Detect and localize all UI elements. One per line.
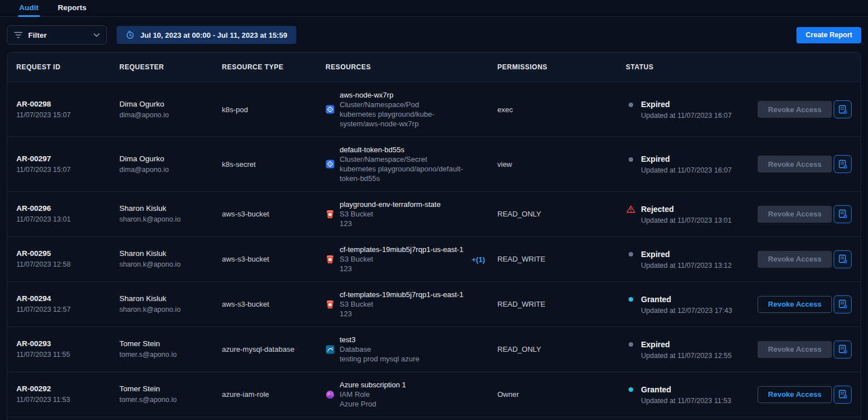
resource-name: test3 xyxy=(340,335,420,344)
actions-cell: Revoke Access xyxy=(758,100,861,118)
requester-cell: Dima Ogurko dima@apono.io xyxy=(119,99,222,120)
rejected-warning-icon xyxy=(626,205,635,213)
resource-type: azure-iam-role xyxy=(222,390,326,399)
resource-name: aws-node-wx7rp xyxy=(340,90,474,100)
resource-type: aws-s3-bucket xyxy=(222,300,326,308)
status-updated: Updated at 11/07/2023 13:01 xyxy=(641,216,732,224)
status-cell: Expired Updated at 11/07/2023 13:12 xyxy=(626,249,758,269)
revoke-access-button[interactable]: Revoke Access xyxy=(758,101,832,118)
resource-detail: 123 xyxy=(340,309,464,319)
date-range-label: Jul 10, 2023 at 00:00 - Jul 11, 2023 at … xyxy=(140,31,287,39)
expired-dot-icon xyxy=(629,252,633,257)
resource-type: azure-mysql-database xyxy=(222,345,326,353)
table-row: AR-00293 11/07/2023 11:55 Tomer Stein to… xyxy=(7,326,861,372)
permissions: READ_WRITE xyxy=(497,255,626,263)
report-note-button[interactable] xyxy=(834,386,852,404)
request-date: 11/07/2023 11:55 xyxy=(16,350,113,360)
report-note-icon xyxy=(838,105,848,114)
k8s-icon xyxy=(326,105,335,114)
table-row: AR-00292 11/07/2023 11:53 Tomer Stein to… xyxy=(7,372,861,417)
revoke-access-button[interactable]: Revoke Access xyxy=(758,296,832,313)
status-updated: Updated at 11/07/2023 16:07 xyxy=(641,112,732,120)
filter-label: Filter xyxy=(28,31,47,39)
tab-reports[interactable]: Reports xyxy=(57,0,88,16)
request-id: AR-00298 xyxy=(16,99,113,109)
create-report-button[interactable]: Create Report xyxy=(796,27,861,43)
revoke-access-button[interactable]: Revoke Access xyxy=(758,251,832,268)
status-cell: Expired Updated at 11/07/2023 16:07 xyxy=(626,99,758,120)
report-note-icon xyxy=(838,254,848,264)
report-note-icon xyxy=(838,344,848,354)
request-id: AR-00296 xyxy=(16,204,113,214)
request-date: 11/07/2023 11:53 xyxy=(16,395,113,405)
requester-name: Dima Ogurko xyxy=(119,154,215,164)
top-tab-bar: Audit Reports xyxy=(0,0,868,17)
revoke-access-button[interactable]: Revoke Access xyxy=(758,341,832,358)
resources-cell: aws-node-wx7rp Cluster/Namespace/Pod kub… xyxy=(326,90,497,129)
resource-path: S3 Bucket xyxy=(340,254,464,264)
status-cell: Granted Updated at 11/07/2023 11:53 xyxy=(626,384,758,405)
resources-cell: Azure subscription 1 IAM Role Azure Prod xyxy=(326,380,497,409)
report-note-button[interactable] xyxy=(834,205,852,223)
actions-cell: Revoke Access xyxy=(758,341,861,359)
report-note-icon xyxy=(838,390,848,399)
request-date: 11/07/2023 12:58 xyxy=(16,260,113,269)
requester-cell: Dima Ogurko dima@apono.io xyxy=(119,154,222,175)
request-id: AR-00292 xyxy=(16,384,113,394)
filter-button[interactable]: Filter xyxy=(7,25,107,45)
column-header-resources: RESOURCES xyxy=(326,63,497,71)
toolbar: Filter Jul 10, 2023 at 00:00 - Jul 11, 2… xyxy=(7,25,861,45)
actions-cell: Revoke Access xyxy=(758,250,861,268)
report-note-button[interactable] xyxy=(834,250,852,268)
report-note-button[interactable] xyxy=(834,155,852,173)
more-resources-link[interactable]: +(1) xyxy=(472,255,485,263)
requester-cell: Sharon Kisluk sharon.k@apono.io xyxy=(119,204,222,224)
resource-name: default-token-bd55s xyxy=(340,145,474,154)
permissions: READ_WRITE xyxy=(497,300,626,308)
request-id-cell: AR-00298 11/07/2023 15:07 xyxy=(16,99,119,120)
s3-bucket-icon xyxy=(326,300,334,309)
request-id: AR-00293 xyxy=(16,339,113,349)
date-range-chip[interactable]: Jul 10, 2023 at 00:00 - Jul 11, 2023 at … xyxy=(117,26,296,44)
request-id: AR-00295 xyxy=(16,249,113,259)
status-label: Granted xyxy=(641,384,731,395)
status-updated: Updated at 11/07/2023 12:55 xyxy=(641,352,732,360)
request-id-cell: AR-00292 11/07/2023 11:53 xyxy=(16,384,119,405)
revoke-access-button[interactable]: Revoke Access xyxy=(758,386,832,403)
actions-cell: Revoke Access xyxy=(758,295,861,313)
request-date: 11/07/2023 13:01 xyxy=(16,215,113,224)
filter-icon xyxy=(14,32,23,38)
status-cell: Granted Updated at 12/07/2023 17:43 xyxy=(626,294,758,315)
actions-cell: Revoke Access xyxy=(758,205,861,223)
resource-name: Azure subscription 1 xyxy=(340,380,406,390)
report-note-button[interactable] xyxy=(834,341,852,359)
status-cell: Expired Updated at 11/07/2023 16:07 xyxy=(626,154,758,174)
requester-email: sharon.k@apono.io xyxy=(119,305,215,315)
expired-dot-icon xyxy=(629,103,633,107)
azure-icon xyxy=(326,390,335,399)
requester-email: tomer.s@apono.io xyxy=(119,395,215,405)
resources-cell: test3 Database testing prod mysql azure xyxy=(326,335,497,364)
tab-audit[interactable]: Audit xyxy=(18,0,40,16)
status-label: Rejected xyxy=(641,204,732,215)
mysql-icon xyxy=(326,345,335,354)
status-updated: Updated at 11/07/2023 13:12 xyxy=(641,262,732,269)
revoke-access-button[interactable]: Revoke Access xyxy=(758,156,832,173)
report-note-button[interactable] xyxy=(834,295,852,313)
table-row: AR-00298 11/07/2023 15:07 Dima Ogurko di… xyxy=(7,82,861,136)
k8s-icon xyxy=(326,160,335,169)
requester-name: Sharon Kisluk xyxy=(119,294,215,304)
report-note-button[interactable] xyxy=(834,100,852,118)
request-date: 11/07/2023 15:07 xyxy=(16,165,113,175)
resource-path: S3 Bucket xyxy=(340,299,464,309)
resource-path: S3 Bucket xyxy=(340,209,440,219)
resource-path: Cluster/Namespace/Pod xyxy=(340,100,474,109)
clock-icon xyxy=(126,30,135,39)
column-header-requester: REQUESTER xyxy=(119,63,222,71)
requester-name: Sharon Kisluk xyxy=(119,249,215,259)
resource-name: playground-env-terraform-state xyxy=(340,200,440,209)
revoke-access-button[interactable]: Revoke Access xyxy=(758,206,832,223)
permissions: READ_ONLY xyxy=(497,210,626,218)
requester-email: dima@apono.io xyxy=(119,165,215,175)
column-header-request-id: REQUEST ID xyxy=(16,63,119,71)
